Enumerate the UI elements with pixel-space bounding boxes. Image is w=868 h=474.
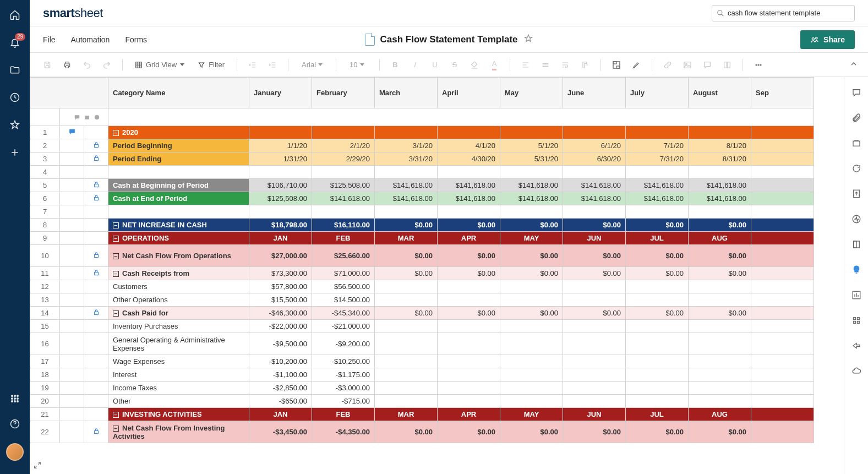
- row-icon-cell[interactable]: [60, 333, 84, 355]
- row-icon-cell[interactable]: [60, 245, 84, 267]
- category-cell[interactable]: −NET INCREASE IN CASH: [108, 219, 249, 232]
- value-cell[interactable]: $125,508.00: [249, 192, 312, 205]
- value-cell[interactable]: [751, 368, 814, 382]
- value-cell[interactable]: $0.00: [626, 245, 689, 267]
- value-cell[interactable]: [249, 166, 312, 179]
- value-cell[interactable]: $56,500.00: [312, 280, 375, 293]
- category-cell[interactable]: −OPERATIONS: [108, 232, 249, 245]
- row-lock-cell[interactable]: [84, 382, 108, 395]
- row-lock-cell[interactable]: [84, 355, 108, 368]
- row-number[interactable]: 8: [30, 219, 60, 232]
- value-cell[interactable]: [500, 166, 563, 179]
- category-cell[interactable]: Cash at End of Period: [108, 192, 249, 205]
- value-cell[interactable]: [438, 368, 500, 382]
- row-icon-cell[interactable]: [60, 219, 84, 232]
- row-number[interactable]: 14: [30, 307, 60, 320]
- row-lock-cell[interactable]: [84, 408, 108, 421]
- value-cell[interactable]: $141,618.00: [626, 179, 689, 192]
- row-number[interactable]: 13: [30, 293, 60, 307]
- category-cell[interactable]: −Cash Paid for: [108, 307, 249, 320]
- value-cell[interactable]: [751, 152, 814, 166]
- value-cell[interactable]: $0.00: [563, 421, 626, 443]
- value-cell[interactable]: [438, 166, 500, 179]
- value-cell[interactable]: 1/31/20: [249, 152, 312, 166]
- value-cell[interactable]: $27,000.00: [249, 245, 312, 267]
- grid-view-button[interactable]: Grid View: [130, 61, 189, 69]
- table-row[interactable]: 6Cash at End of Period$125,508.00$141,61…: [30, 192, 814, 205]
- value-cell[interactable]: [563, 166, 626, 179]
- value-cell[interactable]: [626, 293, 689, 307]
- col-january[interactable]: January: [249, 78, 312, 108]
- value-cell[interactable]: $0.00: [563, 267, 626, 280]
- value-cell[interactable]: 5/1/20: [500, 139, 563, 152]
- row-lock-cell[interactable]: [84, 267, 108, 280]
- col-march[interactable]: March: [375, 78, 438, 108]
- value-cell[interactable]: $141,618.00: [438, 192, 500, 205]
- value-cell[interactable]: 8/1/20: [689, 139, 751, 152]
- value-cell[interactable]: [751, 219, 814, 232]
- value-cell[interactable]: [689, 355, 751, 368]
- value-cell[interactable]: 2/29/20: [312, 152, 375, 166]
- value-cell[interactable]: $106,710.00: [249, 179, 312, 192]
- value-cell[interactable]: FEB: [312, 232, 375, 245]
- value-cell[interactable]: -$21,000.00: [312, 320, 375, 333]
- category-cell[interactable]: Wage Expenses: [108, 355, 249, 368]
- update-requests-icon[interactable]: [851, 163, 862, 174]
- row-icon-cell[interactable]: [60, 408, 84, 421]
- highlight-icon[interactable]: [629, 57, 644, 73]
- table-row[interactable]: 13Other Operations$15,500.00$14,500.00: [30, 293, 814, 307]
- value-cell[interactable]: [626, 333, 689, 355]
- apps-icon[interactable]: [9, 393, 21, 405]
- value-cell[interactable]: [751, 267, 814, 280]
- col-sep[interactable]: Sep: [751, 78, 814, 108]
- value-cell[interactable]: -$9,500.00: [249, 333, 312, 355]
- summary-icon[interactable]: [851, 239, 862, 250]
- value-cell[interactable]: [689, 293, 751, 307]
- value-cell[interactable]: -$715.00: [312, 395, 375, 408]
- value-cell[interactable]: [312, 205, 375, 219]
- favorite-star-icon[interactable]: [523, 34, 533, 45]
- row-icon-cell[interactable]: [60, 179, 84, 192]
- value-cell[interactable]: [438, 205, 500, 219]
- value-cell[interactable]: APR: [438, 408, 500, 421]
- table-row[interactable]: 14−Cash Paid for-$46,300.00-$45,340.00$0…: [30, 307, 814, 320]
- value-cell[interactable]: [375, 395, 438, 408]
- value-cell[interactable]: $0.00: [689, 245, 751, 267]
- row-icon-cell[interactable]: [60, 139, 84, 152]
- table-row[interactable]: 8−NET INCREASE IN CASH$18,798.00$16,110.…: [30, 219, 814, 232]
- value-cell[interactable]: $0.00: [438, 245, 500, 267]
- row-lock-cell[interactable]: [84, 179, 108, 192]
- value-cell[interactable]: $141,618.00: [438, 179, 500, 192]
- value-cell[interactable]: [563, 333, 626, 355]
- value-cell[interactable]: $0.00: [563, 307, 626, 320]
- row-number[interactable]: 18: [30, 368, 60, 382]
- row-number[interactable]: 10: [30, 245, 60, 267]
- row-icon-cell[interactable]: [60, 205, 84, 219]
- value-cell[interactable]: [500, 205, 563, 219]
- value-cell[interactable]: -$4,350.00: [312, 421, 375, 443]
- menu-file[interactable]: File: [43, 35, 56, 44]
- value-cell[interactable]: [249, 205, 312, 219]
- value-cell[interactable]: [626, 368, 689, 382]
- value-cell[interactable]: 1/1/20: [249, 139, 312, 152]
- value-cell[interactable]: [438, 333, 500, 355]
- value-cell[interactable]: [563, 280, 626, 293]
- row-lock-cell[interactable]: [84, 307, 108, 320]
- filter-button[interactable]: Filter: [193, 61, 229, 69]
- grid-apps-icon[interactable]: [851, 315, 862, 326]
- value-cell[interactable]: [500, 280, 563, 293]
- value-cell[interactable]: $15,500.00: [249, 293, 312, 307]
- value-cell[interactable]: $71,000.00: [312, 267, 375, 280]
- conversations-icon[interactable]: [851, 87, 862, 98]
- value-cell[interactable]: [500, 382, 563, 395]
- category-cell[interactable]: Inventory Purchases: [108, 320, 249, 333]
- value-cell[interactable]: 8/31/20: [689, 152, 751, 166]
- row-number[interactable]: 22: [30, 421, 60, 443]
- value-cell[interactable]: 2/1/20: [312, 139, 375, 152]
- value-cell[interactable]: $0.00: [500, 307, 563, 320]
- value-cell[interactable]: [375, 382, 438, 395]
- value-cell[interactable]: [563, 368, 626, 382]
- value-cell[interactable]: [689, 126, 751, 139]
- value-cell[interactable]: [312, 126, 375, 139]
- menu-automation[interactable]: Automation: [71, 35, 110, 44]
